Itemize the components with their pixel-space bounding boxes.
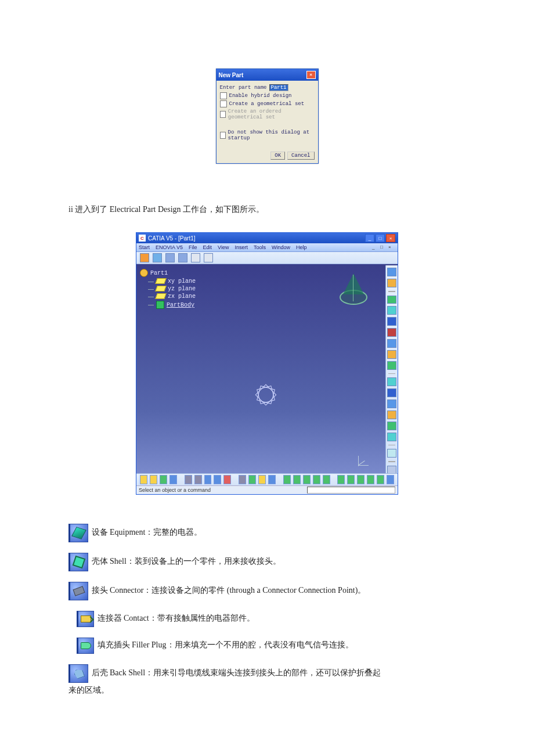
- tool-icon[interactable]: [387, 377, 396, 386]
- tool-icon[interactable]: [194, 475, 202, 484]
- close-icon[interactable]: ×: [306, 71, 316, 79]
- tool-icon[interactable]: [387, 475, 394, 484]
- tool-icon[interactable]: [387, 411, 396, 419]
- tool-icon[interactable]: [387, 350, 396, 359]
- menu-start[interactable]: Start: [139, 244, 150, 250]
- mdi-minimize-icon[interactable]: _: [372, 244, 379, 250]
- dontshow-label: Do not show this dialog at startup: [228, 129, 315, 141]
- viewport[interactable]: Part1 xy plane yz plane zx plane PartBod…: [136, 265, 386, 474]
- menu-tools[interactable]: Tools: [254, 244, 266, 250]
- tool-icon[interactable]: [387, 328, 396, 337]
- tree-label: yz plane: [168, 286, 196, 292]
- right-toolbar: [385, 265, 398, 474]
- ok-button[interactable]: OK: [270, 152, 285, 160]
- tool-icon[interactable]: [323, 475, 330, 484]
- tool-icon[interactable]: [303, 475, 311, 484]
- tool-icon[interactable]: [387, 422, 396, 430]
- toolbar-icon[interactable]: [204, 253, 213, 262]
- shell-def: 壳体 Shell：装到设备上的一个零件，用来接收接头。: [92, 557, 281, 566]
- menubar: Start ENOVIA V5 File Edit View Insert To…: [136, 243, 398, 252]
- maximize-icon[interactable]: □: [376, 234, 385, 242]
- dialog-title-text: New Part: [219, 72, 244, 78]
- menu-enovia[interactable]: ENOVIA V5: [156, 244, 183, 250]
- tool-icon[interactable]: [185, 475, 192, 484]
- connector-def: 接头 Connector：连接设备之间的零件 (through a Connec…: [92, 586, 366, 595]
- connector-icon: [68, 582, 88, 600]
- body-icon: [156, 301, 164, 309]
- geomset-label: Create a geometrical set: [229, 101, 305, 107]
- hybrid-label: Enable hybrid design: [229, 93, 292, 99]
- compass-icon[interactable]: [337, 273, 369, 305]
- part-name-input[interactable]: Part1: [269, 84, 288, 91]
- shell-icon: [68, 553, 88, 571]
- catia-window: C CATIA V5 - [Part1] _ □ × Start ENOVIA …: [136, 232, 398, 495]
- back-shell-icon: [68, 664, 88, 683]
- tool-icon[interactable]: [293, 475, 301, 484]
- close-icon[interactable]: ×: [386, 234, 395, 242]
- tool-icon[interactable]: [387, 399, 396, 408]
- status-text: Select an object or a command: [139, 487, 211, 493]
- tool-icon[interactable]: [258, 475, 266, 484]
- tree-label: PartBody: [167, 302, 194, 308]
- toolbar-icon[interactable]: [165, 253, 175, 262]
- tool-icon[interactable]: [387, 449, 396, 458]
- tool-icon[interactable]: [283, 475, 291, 484]
- geomset-checkbox[interactable]: [220, 100, 227, 107]
- tool-icon[interactable]: [204, 475, 212, 484]
- tool-icon[interactable]: [169, 475, 177, 484]
- top-toolbar: [136, 252, 398, 264]
- tool-icon[interactable]: [387, 361, 396, 370]
- tool-icon[interactable]: [214, 475, 221, 484]
- minimize-icon[interactable]: _: [365, 234, 374, 242]
- tool-icon[interactable]: [367, 475, 374, 484]
- new-part-dialog: New Part × Enter part name Part1 Enable …: [216, 69, 319, 164]
- tool-icon[interactable]: [347, 475, 355, 484]
- mdi-close-icon[interactable]: ×: [388, 244, 395, 250]
- menu-help[interactable]: Help: [296, 244, 307, 250]
- tool-icon[interactable]: [313, 475, 320, 484]
- tool-icon[interactable]: [140, 475, 147, 484]
- tool-icon[interactable]: [387, 279, 396, 287]
- tool-icon[interactable]: [357, 475, 365, 484]
- toolbar-icon[interactable]: [191, 253, 200, 262]
- tree-label: xy plane: [168, 278, 196, 285]
- part-icon: [140, 269, 148, 277]
- dontshow-checkbox[interactable]: [220, 132, 226, 139]
- origin-planes-icon[interactable]: [252, 381, 278, 407]
- backshell-def-cont: 来的区域。: [68, 683, 466, 697]
- tool-icon[interactable]: [387, 433, 396, 441]
- catia-app-icon: C: [139, 235, 146, 242]
- tool-icon[interactable]: [387, 388, 396, 397]
- mdi-restore-icon[interactable]: □: [380, 244, 387, 250]
- separator: [388, 373, 395, 375]
- tool-icon[interactable]: [387, 339, 396, 348]
- hybrid-checkbox[interactable]: [220, 92, 227, 99]
- menu-view[interactable]: View: [218, 244, 229, 250]
- menu-file[interactable]: File: [189, 244, 197, 250]
- cancel-button[interactable]: Cancel: [287, 152, 314, 160]
- tool-icon[interactable]: [387, 317, 396, 326]
- toolbar-icon[interactable]: [153, 253, 162, 262]
- filler-def: 填充插头 Filler Plug：用来填充一个不用的腔，代表没有电气信号连接。: [98, 640, 353, 649]
- tool-icon[interactable]: [150, 475, 157, 484]
- bottom-toolbar: [136, 473, 398, 486]
- tool-icon[interactable]: [387, 306, 396, 315]
- command-input[interactable]: [307, 487, 395, 494]
- tool-icon[interactable]: [223, 475, 231, 484]
- plane-icon: [155, 278, 167, 284]
- toolbar-icon[interactable]: [178, 253, 187, 262]
- menu-window[interactable]: Window: [272, 244, 290, 250]
- menu-edit[interactable]: Edit: [203, 244, 212, 250]
- tool-icon[interactable]: [387, 296, 396, 304]
- body-paragraph-1: ii 进入到了 Electrical Part Design 工作台，如下图所示…: [68, 204, 534, 215]
- tool-icon[interactable]: [377, 475, 384, 484]
- tool-icon[interactable]: [160, 475, 167, 484]
- tool-icon[interactable]: [337, 475, 345, 484]
- tool-icon[interactable]: [248, 475, 256, 484]
- tool-icon[interactable]: [387, 268, 396, 276]
- workbench-icon[interactable]: [140, 253, 149, 262]
- menu-insert[interactable]: Insert: [234, 244, 248, 250]
- tree-root-label[interactable]: Part1: [150, 270, 168, 276]
- tool-icon[interactable]: [239, 475, 246, 484]
- tool-icon[interactable]: [268, 475, 276, 484]
